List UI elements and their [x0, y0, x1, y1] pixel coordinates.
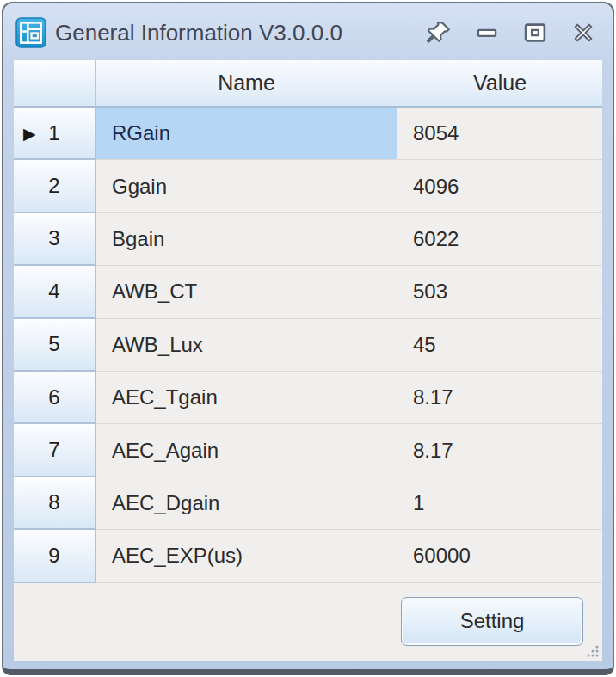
footer-panel: Setting	[14, 583, 602, 661]
value-cell[interactable]: 8.17	[397, 424, 602, 477]
row-header[interactable]: ▶ 6	[14, 372, 96, 424]
pin-icon	[426, 21, 452, 45]
name-cell[interactable]: Ggain	[96, 160, 397, 212]
table-row[interactable]: ▶ 5 AWB_Lux 45	[14, 319, 602, 372]
name-cell[interactable]: AWB_Lux	[96, 319, 397, 372]
window-controls	[425, 20, 597, 46]
table-row[interactable]: ▶ 1 RGain 8054	[14, 108, 602, 160]
value-cell[interactable]: 6022	[397, 213, 602, 266]
setting-button[interactable]: Setting	[401, 597, 583, 646]
row-number: 2	[48, 174, 59, 198]
table-row[interactable]: ▶ 3 Bgain 6022	[14, 213, 602, 266]
row-header[interactable]: ▶ 3	[14, 213, 96, 266]
title-bar[interactable]: General Information V3.0.0.0	[3, 3, 613, 60]
row-header[interactable]: ▶ 7	[14, 424, 96, 477]
resize-grip-icon[interactable]	[583, 642, 601, 659]
column-header-name[interactable]: Name	[96, 60, 397, 108]
row-header[interactable]: ▶ 2	[14, 160, 96, 212]
grid-corner-header[interactable]	[14, 60, 96, 108]
table-grid-icon	[15, 17, 46, 48]
row-header[interactable]: ▶ 5	[14, 319, 96, 372]
grid-header-row: Name Value	[14, 60, 602, 108]
value-cell[interactable]: 8.17	[397, 372, 602, 424]
row-number: 5	[48, 332, 59, 356]
window-title: General Information V3.0.0.0	[55, 20, 425, 46]
row-number: 4	[48, 280, 59, 304]
datagrid: Name Value ▶ 1 RGain 8054 ▶ 2 Ggain 4096…	[14, 60, 602, 583]
current-row-indicator: ▶	[23, 125, 36, 141]
table-row[interactable]: ▶ 8 AEC_Dgain 1	[14, 477, 602, 530]
row-header[interactable]: ▶ 4	[14, 266, 96, 318]
table-row[interactable]: ▶ 4 AWB_CT 503	[14, 266, 602, 318]
app-window: General Information V3.0.0.0	[2, 2, 614, 675]
value-cell[interactable]: 60000	[397, 530, 602, 582]
row-number: 1	[48, 121, 59, 145]
table-row[interactable]: ▶ 7 AEC_Again 8.17	[14, 424, 602, 477]
window-content: Name Value ▶ 1 RGain 8054 ▶ 2 Ggain 4096…	[14, 60, 602, 661]
value-cell[interactable]: 45	[397, 319, 602, 372]
row-number: 8	[48, 490, 59, 514]
name-cell[interactable]: AEC_EXP(us)	[96, 530, 397, 582]
row-header[interactable]: ▶ 8	[14, 477, 96, 530]
minimize-button[interactable]	[473, 20, 501, 46]
row-number: 3	[48, 226, 59, 250]
close-icon	[570, 21, 596, 45]
column-header-value[interactable]: Value	[397, 60, 602, 108]
row-number: 9	[48, 544, 59, 568]
table-row[interactable]: ▶ 2 Ggain 4096	[14, 160, 602, 212]
row-number: 6	[48, 385, 59, 409]
grid-rows: ▶ 1 RGain 8054 ▶ 2 Ggain 4096 ▶ 3 Bgain …	[14, 108, 602, 583]
minimize-icon	[474, 21, 500, 45]
table-row[interactable]: ▶ 9 AEC_EXP(us) 60000	[14, 530, 602, 582]
value-cell[interactable]: 8054	[397, 108, 602, 160]
name-cell[interactable]: RGain	[96, 108, 397, 160]
value-cell[interactable]: 4096	[397, 160, 602, 212]
row-header[interactable]: ▶ 9	[14, 530, 96, 582]
value-cell[interactable]: 1	[397, 477, 602, 530]
close-button[interactable]	[570, 20, 597, 46]
restore-icon	[522, 21, 548, 45]
restore-button[interactable]	[521, 20, 549, 46]
value-cell[interactable]: 503	[397, 266, 602, 318]
name-cell[interactable]: Bgain	[96, 213, 397, 266]
name-cell[interactable]: AEC_Again	[96, 424, 397, 477]
table-row[interactable]: ▶ 6 AEC_Tgain 8.17	[14, 372, 602, 424]
row-header[interactable]: ▶ 1	[14, 108, 96, 160]
name-cell[interactable]: AEC_Dgain	[96, 477, 397, 530]
name-cell[interactable]: AEC_Tgain	[96, 372, 397, 424]
pin-button[interactable]	[425, 20, 453, 46]
row-number: 7	[48, 438, 59, 462]
name-cell[interactable]: AWB_CT	[96, 266, 397, 318]
